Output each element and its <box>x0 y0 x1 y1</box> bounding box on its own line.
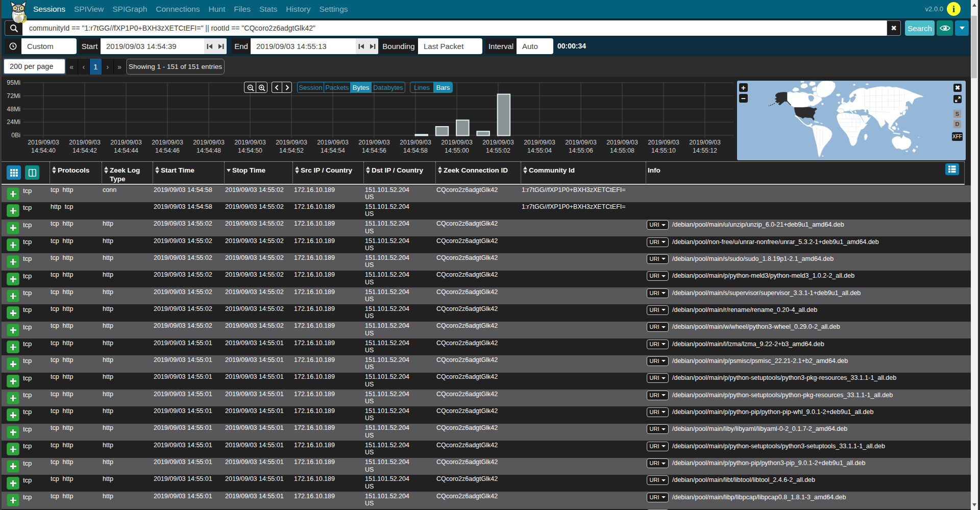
svg-text:14:54:40: 14:54:40 <box>31 147 56 154</box>
svg-text:2019/09/03: 2019/09/03 <box>482 139 514 146</box>
svg-text:0Bi: 0Bi <box>11 132 20 139</box>
svg-text:95Mi: 95Mi <box>7 79 20 86</box>
svg-text:2019/09/03: 2019/09/03 <box>400 139 431 146</box>
svg-text:14:55:02: 14:55:02 <box>486 147 510 154</box>
svg-text:2019/09/03: 2019/09/03 <box>193 139 225 146</box>
svg-text:14:54:46: 14:54:46 <box>155 147 180 154</box>
svg-text:14:54:42: 14:54:42 <box>72 147 97 154</box>
svg-text:2019/09/03: 2019/09/03 <box>689 139 721 146</box>
svg-text:24Mi: 24Mi <box>7 118 20 126</box>
svg-text:14:55:04: 14:55:04 <box>527 147 552 154</box>
svg-text:14:54:56: 14:54:56 <box>362 147 386 154</box>
svg-text:2019/09/03: 2019/09/03 <box>28 139 59 146</box>
svg-text:2019/09/03: 2019/09/03 <box>152 139 183 146</box>
svg-text:2019/09/03: 2019/09/03 <box>441 139 473 146</box>
svg-text:2019/09/03: 2019/09/03 <box>234 139 266 146</box>
svg-text:14:55:00: 14:55:00 <box>445 147 469 154</box>
svg-text:2019/09/03: 2019/09/03 <box>524 139 555 146</box>
svg-text:14:55:10: 14:55:10 <box>651 147 676 154</box>
svg-text:2019/09/03: 2019/09/03 <box>358 139 390 146</box>
svg-text:14:55:12: 14:55:12 <box>693 147 717 154</box>
svg-text:14:55:06: 14:55:06 <box>569 147 593 154</box>
svg-text:14:54:54: 14:54:54 <box>321 147 345 154</box>
svg-text:14:55:08: 14:55:08 <box>610 147 634 154</box>
svg-text:2019/09/03: 2019/09/03 <box>648 139 679 146</box>
svg-text:48Mi: 48Mi <box>7 106 20 113</box>
svg-text:2019/09/03: 2019/09/03 <box>606 139 638 146</box>
svg-text:14:54:52: 14:54:52 <box>279 147 304 154</box>
svg-text:72Mi: 72Mi <box>7 92 20 100</box>
svg-text:14:54:50: 14:54:50 <box>238 147 262 154</box>
svg-text:14:54:48: 14:54:48 <box>197 147 221 154</box>
svg-text:2019/09/03: 2019/09/03 <box>276 139 307 146</box>
svg-text:2019/09/03: 2019/09/03 <box>317 139 349 146</box>
svg-text:14:54:44: 14:54:44 <box>114 147 138 154</box>
svg-text:14:54:58: 14:54:58 <box>403 147 428 154</box>
svg-text:2019/09/03: 2019/09/03 <box>69 139 101 146</box>
svg-text:2019/09/03: 2019/09/03 <box>110 139 142 146</box>
svg-text:2019/09/03: 2019/09/03 <box>565 139 597 146</box>
